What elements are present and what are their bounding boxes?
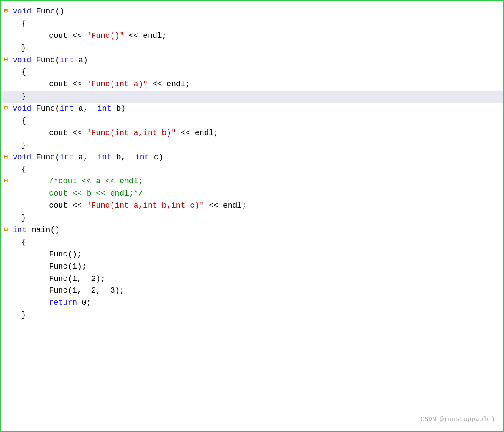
indent-guide	[11, 30, 20, 42]
fold-gutter[interactable]: ⊟	[1, 103, 11, 113]
code-content: cout << "Func(int a,int b)" << endl;	[28, 127, 503, 139]
token-plain: a,	[74, 153, 97, 162]
indent-guide	[11, 273, 20, 285]
indent-guide-2	[20, 249, 28, 261]
indent-guide-2	[20, 273, 28, 285]
code-content: Func(1);	[28, 261, 503, 273]
fold-gutter[interactable]: ⊟	[1, 176, 11, 186]
code-line: cout << "Func(int a,int b)" << endl;	[1, 127, 503, 139]
code-container: ⊟void Func(){ cout << "Func()" << endl;}…	[0, 0, 504, 432]
token-plain: {	[21, 165, 26, 174]
code-line: Func(1, 2);	[1, 273, 503, 285]
fold-gutter	[1, 285, 11, 286]
token-plain: c)	[149, 153, 163, 162]
fold-gutter[interactable]: ⊟	[1, 224, 11, 235]
token-plain: }	[21, 44, 26, 52]
indent-guide-2	[20, 285, 28, 297]
token-plain: }	[21, 213, 26, 222]
token-string-lit: "Func(int a,int b,int c)"	[87, 201, 204, 210]
code-line: ⊟int main()	[1, 224, 503, 236]
token-plain	[82, 80, 87, 88]
token-plain	[124, 31, 129, 40]
code-content: }	[20, 91, 503, 103]
token-plain: b,	[112, 153, 135, 162]
token-op: <<	[152, 80, 162, 88]
code-content: cout << "Func()" << endl;	[28, 30, 503, 42]
token-plain: }	[21, 310, 26, 319]
fold-gutter	[1, 212, 11, 213]
fold-gutter	[1, 261, 11, 262]
code-content: {	[20, 236, 503, 249]
token-plain: {	[21, 19, 26, 28]
fold-gutter	[1, 30, 11, 31]
indent-guide-2	[20, 176, 28, 188]
token-plain: Func()	[31, 7, 64, 16]
code-content: void Func(int a, int b, int c)	[11, 152, 503, 164]
fold-gutter	[1, 249, 11, 250]
fold-gutter	[1, 297, 11, 298]
token-plain: endl;	[190, 128, 218, 137]
code-line: }	[1, 309, 503, 321]
fold-gutter[interactable]: ⊟	[1, 54, 11, 65]
token-comment-lit: /*cout << a << endl;	[49, 177, 143, 186]
fold-gutter	[1, 188, 11, 189]
fold-gutter	[1, 115, 11, 116]
indent-guide	[11, 42, 20, 54]
fold-gutter	[1, 78, 11, 79]
fold-gutter	[1, 200, 11, 201]
indent-guide	[11, 78, 20, 91]
code-content: void Func(int a)	[11, 54, 503, 67]
code-line: cout << b << endl;*/	[1, 188, 503, 200]
token-plain: b)	[112, 104, 125, 113]
token-op: <<	[181, 128, 190, 137]
fold-gutter[interactable]: ⊟	[1, 152, 11, 162]
code-line: {	[1, 236, 503, 249]
code-content: void Func(int a, int b)	[11, 103, 503, 115]
code-lines: ⊟void Func(){ cout << "Func()" << endl;}…	[1, 6, 503, 321]
code-content: }	[20, 212, 503, 224]
token-plain: Func();	[30, 250, 82, 259]
code-line: }	[1, 42, 503, 54]
indent-guide-2	[20, 297, 28, 309]
code-line: }	[1, 139, 503, 152]
token-plain: }	[21, 141, 26, 149]
indent-guide-2	[20, 127, 28, 139]
fold-gutter[interactable]: ⊟	[1, 6, 11, 16]
code-content: {	[20, 115, 503, 127]
code-content: {	[20, 18, 503, 30]
token-plain: Func(	[31, 104, 60, 113]
code-content: /*cout << a << endl;	[28, 176, 503, 188]
indent-guide	[11, 309, 20, 321]
token-plain: cout	[30, 31, 72, 40]
token-kw-int: int	[97, 104, 111, 113]
token-plain: }	[21, 92, 26, 101]
code-line: {	[1, 164, 503, 176]
code-line: }	[1, 212, 503, 224]
token-kw-int: int	[60, 153, 74, 162]
code-content: return 0;	[28, 297, 503, 309]
fold-gutter	[1, 91, 11, 91]
token-kw-int: int	[97, 153, 111, 162]
token-op: <<	[209, 201, 219, 210]
code-line: Func(1, 2, 3);	[1, 285, 503, 297]
token-op: <<	[72, 128, 82, 137]
token-plain: endl;	[218, 201, 247, 210]
token-plain: 0;	[77, 298, 91, 307]
code-content: void Func()	[11, 6, 503, 18]
fold-gutter	[1, 273, 11, 274]
token-plain: cout	[30, 80, 72, 88]
indent-guide-2	[20, 261, 28, 273]
indent-guide-2	[20, 78, 28, 91]
code-content: int main()	[11, 224, 503, 236]
token-kw-int: int	[13, 226, 27, 234]
token-plain	[176, 128, 181, 137]
token-plain: endl;	[138, 31, 166, 40]
token-op: <<	[72, 80, 82, 88]
code-content: Func(1, 2, 3);	[28, 285, 503, 297]
token-plain: a)	[74, 56, 88, 64]
token-plain: Func(1, 2, 3);	[30, 286, 124, 295]
token-plain	[148, 80, 152, 88]
token-comment-lit: cout << b << endl;*/	[49, 189, 143, 198]
token-op: <<	[129, 31, 139, 40]
code-line: cout << "Func()" << endl;	[1, 30, 503, 42]
